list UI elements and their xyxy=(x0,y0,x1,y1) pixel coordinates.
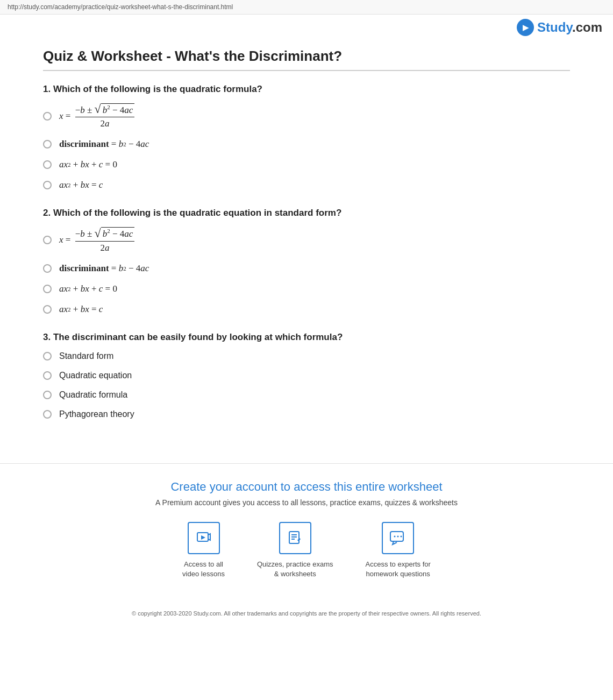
q1-option-a-math: x = −b ± √b2 − 4ac 2a xyxy=(59,103,137,129)
q1-option-c-math: ax2 + bx + c = 0 xyxy=(59,159,117,170)
feature-expert: Access to experts forhomework questions xyxy=(366,522,431,579)
q3-option-d[interactable]: Pythagorean theory xyxy=(43,409,570,419)
logo-text: Study.com xyxy=(537,20,602,35)
q3-option-c[interactable]: Quadratic formula xyxy=(43,390,570,400)
q2-option-b-math: discriminant = b2 − 4ac xyxy=(59,263,149,274)
q1-option-b-math: discriminant = b2 − 4ac xyxy=(59,139,149,150)
page-title: Quiz & Worksheet - What's the Discrimina… xyxy=(43,48,570,65)
q3-option-c-text: Quadratic formula xyxy=(59,390,127,400)
radio-q2d[interactable] xyxy=(43,305,52,314)
logo-com: com xyxy=(576,20,602,34)
q2-option-d[interactable]: ax2 + bx = c xyxy=(43,304,570,315)
q2-option-a[interactable]: x = −b ± √b2 − 4ac 2a xyxy=(43,227,570,253)
question-2: 2. Which of the following is the quadrat… xyxy=(43,208,570,314)
quiz-icon xyxy=(279,522,311,554)
question-1-text: 1. Which of the following is the quadrat… xyxy=(43,84,570,95)
q2-option-c[interactable]: ax2 + bx + c = 0 xyxy=(43,284,570,294)
radio-q1d[interactable] xyxy=(43,181,52,189)
question-2-text: 2. Which of the following is the quadrat… xyxy=(43,208,570,218)
radio-q3c[interactable] xyxy=(43,391,52,399)
q3-option-b[interactable]: Quadratic equation xyxy=(43,371,570,380)
logo-study: Study xyxy=(537,20,572,34)
logo: ▶ Study.com xyxy=(517,19,602,36)
q2-option-c-math: ax2 + bx + c = 0 xyxy=(59,284,117,294)
url-bar: http://study.com/academy/practice/quiz-w… xyxy=(0,0,613,15)
radio-q1b[interactable] xyxy=(43,140,52,149)
q3-option-b-text: Quadratic equation xyxy=(59,371,132,380)
title-divider xyxy=(43,70,570,71)
features-row: Access to allvideo lessons Quizzes, prac… xyxy=(11,522,602,579)
radio-q3d[interactable] xyxy=(43,410,52,419)
svg-point-7 xyxy=(394,535,396,537)
expert-icon xyxy=(382,522,414,554)
q3-option-a-text: Standard form xyxy=(59,351,113,361)
cta-title: Create your account to access this entir… xyxy=(11,480,602,494)
question-1: 1. Which of the following is the quadrat… xyxy=(43,84,570,190)
feature-quiz: Quizzes, practice exams& worksheets xyxy=(257,522,333,579)
radio-q2c[interactable] xyxy=(43,285,52,293)
q3-option-d-text: Pythagorean theory xyxy=(59,409,134,419)
svg-marker-1 xyxy=(201,535,205,540)
logo-dot: . xyxy=(572,20,576,34)
q1-option-d[interactable]: ax2 + bx = c xyxy=(43,180,570,190)
feature-quiz-label: Quizzes, practice exams& worksheets xyxy=(257,560,333,579)
radio-q2b[interactable] xyxy=(43,264,52,273)
logo-icon: ▶ xyxy=(517,19,534,36)
svg-point-8 xyxy=(397,535,399,537)
radio-q3a[interactable] xyxy=(43,352,52,360)
feature-video: Access to allvideo lessons xyxy=(182,522,225,579)
feature-expert-label: Access to experts forhomework questions xyxy=(366,560,431,579)
q1-option-b[interactable]: discriminant = b2 − 4ac xyxy=(43,139,570,150)
q1-option-c[interactable]: ax2 + bx + c = 0 xyxy=(43,159,570,170)
radio-q1a[interactable] xyxy=(43,112,52,121)
copyright: © copyright 2003-2020 Study.com. All oth… xyxy=(0,603,613,625)
question-3: 3. The discriminant can be easily found … xyxy=(43,332,570,419)
feature-video-label: Access to allvideo lessons xyxy=(182,560,225,579)
svg-point-9 xyxy=(401,535,402,537)
q2-option-a-math: x = −b ± √b2 − 4ac 2a xyxy=(59,227,137,253)
question-3-text: 3. The discriminant can be easily found … xyxy=(43,332,570,343)
q2-option-d-math: ax2 + bx = c xyxy=(59,304,103,315)
radio-q3b[interactable] xyxy=(43,371,52,380)
video-icon xyxy=(188,522,220,554)
radio-q1c[interactable] xyxy=(43,160,52,169)
q1-option-a[interactable]: x = −b ± √b2 − 4ac 2a xyxy=(43,103,570,129)
cta-section: Create your account to access this entir… xyxy=(0,463,613,603)
q1-option-d-math: ax2 + bx = c xyxy=(59,180,103,190)
q2-option-b[interactable]: discriminant = b2 − 4ac xyxy=(43,263,570,274)
radio-q2a[interactable] xyxy=(43,236,52,244)
q3-option-a[interactable]: Standard form xyxy=(43,351,570,361)
cta-subtitle: A Premium account gives you access to al… xyxy=(11,498,602,507)
